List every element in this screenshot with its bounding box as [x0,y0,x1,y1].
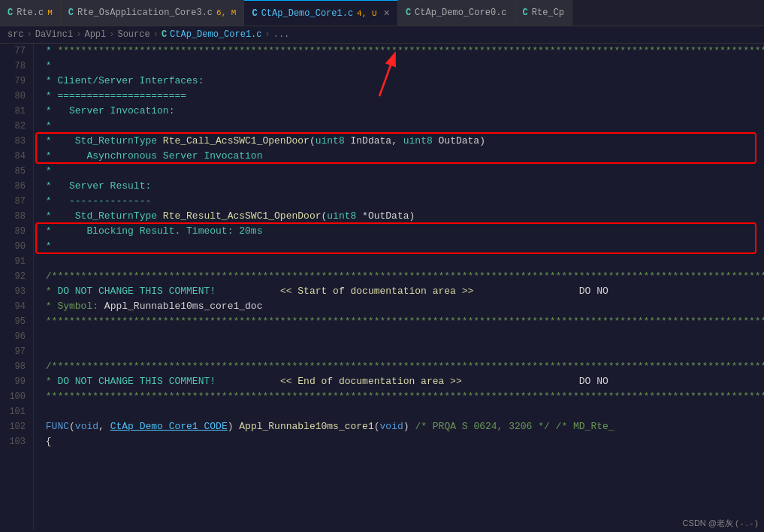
ln-88: 88 [4,209,26,224]
tab-icon-ctap-core0: C [406,8,411,18]
code-line-83: * Std_ReturnType Rte_Call_AcsSWC1_OpenDo… [40,134,764,149]
code-line-80: * ====================== [40,89,764,104]
code-line-88: * Std_ReturnType Rte_Result_AcsSWC1_Open… [40,209,764,224]
code-line-95: ****************************************… [40,314,764,329]
tab-modified-rte: M [47,8,53,17]
ln-90: 90 [4,239,26,254]
code-line-93: * DO NOT CHANGE THIS COMMENT! << Start o… [40,284,764,299]
ln-95: 95 [4,314,26,329]
tab-rte-cp[interactable]: C Rte_Cp [515,0,572,26]
tab-label-rte-cp: Rte_Cp [532,8,564,18]
breadcrumb-appl[interactable]: Appl [84,29,106,40]
tab-label-rte-os: Rte_OsApplication_Core3.c [77,8,213,18]
ln-99: 99 [4,374,26,389]
ln-102: 102 [4,419,26,434]
tab-icon-rte-os: C [68,8,74,18]
ln-79: 79 [4,74,26,89]
ln-93: 93 [4,284,26,299]
breadcrumb-file[interactable]: CtAp_Demo_Core1.c [170,29,261,40]
ln-87: 87 [4,194,26,209]
ln-100: 100 [4,389,26,404]
tab-icon-rte: C [8,8,13,18]
line-numbers: 77 78 79 80 81 82 83 84 85 86 87 88 89 9… [0,44,34,530]
ln-83: 83 [4,134,26,149]
breadcrumb-ellipsis: ... [273,29,290,40]
code-line-77: * **************************************… [40,44,764,59]
ln-101: 101 [4,404,26,419]
tab-close-ctap-core1[interactable]: × [384,8,390,20]
tab-icon-ctap-core1: C [252,8,257,19]
tab-label-ctap-core0: CtAp_Demo_Core0.c [415,8,506,18]
code-line-101 [40,404,764,419]
tab-label-rte: Rte.c [17,8,44,18]
code-line-81: * Server Invocation: [40,104,764,119]
editor: 77 78 79 80 81 82 83 84 85 86 87 88 89 9… [0,44,764,530]
ln-91: 91 [4,254,26,269]
code-line-96 [40,329,764,344]
breadcrumb-davinci[interactable]: DaVinci [35,29,73,40]
code-line-97 [40,344,764,359]
tab-ctap-core1[interactable]: C CtAp_Demo_Core1.c 4, U × [244,0,397,26]
ln-82: 82 [4,119,26,134]
tab-ctap-core0[interactable]: C CtAp_Demo_Core0.c [398,0,515,26]
ln-80: 80 [4,89,26,104]
code-line-98: /***************************************… [40,359,764,374]
tab-rte-os[interactable]: C Rte_OsApplication_Core3.c 6, M [61,0,245,26]
tab-bar: C Rte.c M C Rte_OsApplication_Core3.c 6,… [0,0,764,26]
code-line-87: * -------------- [40,194,764,209]
code-line-102: FUNC(void, CtAp_Demo_Core1_CODE) Appl_Ru… [40,419,764,434]
watermark: CSDN @老灰 ( - . - ) [683,518,758,529]
code-line-78: * [40,59,764,74]
ln-98: 98 [4,359,26,374]
ln-92: 92 [4,269,26,284]
ln-84: 84 [4,149,26,164]
tab-icon-rte-cp: C [523,8,528,18]
code-line-82: * [40,119,764,134]
ln-89: 89 [4,224,26,239]
tab-modified-ctap-core1: 4, U [357,9,376,18]
ln-85: 85 [4,164,26,179]
code-line-89: * Blocking Result. Timeout: 20ms [40,224,764,239]
ln-77: 77 [4,44,26,59]
code-line-94: * Symbol: Appl_Runnable10ms_core1_doc [40,299,764,314]
code-line-103: { [40,434,764,449]
ln-96: 96 [4,329,26,344]
code-line-100: ****************************************… [40,389,764,404]
breadcrumb-src[interactable]: src [8,29,24,40]
ln-103: 103 [4,434,26,449]
tab-rte[interactable]: C Rte.c M [0,0,61,26]
tab-label-ctap-core1: CtAp_Demo_Core1.c [261,8,353,19]
code-line-99: * DO NOT CHANGE THIS COMMENT! << End of … [40,374,764,389]
code-line-79: * Client/Server Interfaces: [40,74,764,89]
code-area: * **************************************… [34,44,764,530]
breadcrumb: src › DaVinci › Appl › Source › C CtAp_D… [0,26,764,44]
code-line-84: * Asynchronous Server Invocation [40,149,764,164]
ln-94: 94 [4,299,26,314]
tab-modified-rte-os: 6, M [216,8,236,17]
ln-81: 81 [4,104,26,119]
code-line-86: * Server Result: [40,179,764,194]
code-line-92: /***************************************… [40,269,764,284]
ln-78: 78 [4,59,26,74]
ln-86: 86 [4,179,26,194]
code-line-90: * [40,239,764,254]
breadcrumb-source[interactable]: Source [117,29,149,40]
ln-97: 97 [4,344,26,359]
code-line-85: * [40,164,764,179]
code-line-91 [40,254,764,269]
